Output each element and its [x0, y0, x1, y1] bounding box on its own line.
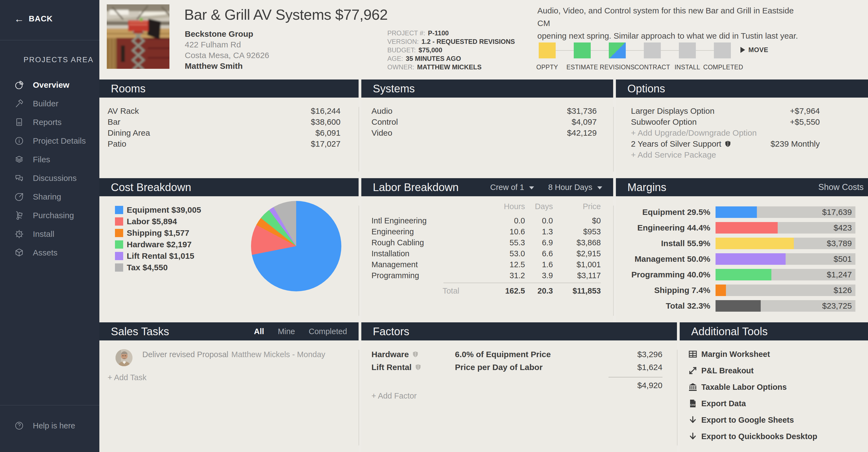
description-line: opening next spring. Similar approach to…: [537, 30, 800, 42]
margins-header: Margins Show Costs: [616, 178, 868, 196]
margin-bar-fill: [716, 269, 771, 280]
sidebar-item-purchasing[interactable]: Purchasing: [0, 206, 99, 225]
margin-bar-fill: [716, 222, 778, 233]
room-row[interactable]: AV Rack$16,244: [107, 106, 341, 116]
sidebar-item-builder[interactable]: Builder: [0, 94, 99, 113]
margin-row: Engineering 44.4%$423: [616, 222, 856, 233]
tab-all[interactable]: All: [254, 327, 264, 336]
legend-swatch: [115, 217, 123, 226]
add-service-package-link[interactable]: + Add Service Package: [631, 149, 820, 160]
margin-bar-track: $501: [716, 253, 856, 265]
system-row[interactable]: Control$4,097: [371, 116, 597, 128]
tab-completed[interactable]: Completed: [309, 327, 347, 336]
tool-taxable-labor-options[interactable]: Taxable Labor Options: [688, 379, 868, 395]
factor-name: Hardware: [371, 350, 455, 359]
pipeline-step-completed[interactable]: [714, 43, 731, 58]
option-value: $239 Monthly: [771, 139, 820, 148]
tool-label: Margin Worksheet: [701, 350, 770, 359]
sidebar-item-label: Purchasing: [33, 211, 74, 220]
tool-export-data[interactable]: CSV Export Data: [688, 395, 868, 412]
show-costs-link[interactable]: Show Costs: [818, 182, 868, 192]
add-link-label: + Add Service Package: [631, 150, 716, 160]
labor-row: Programming31.23.9$3,117: [371, 270, 601, 281]
help-button[interactable]: Help is here: [0, 416, 99, 435]
crew-dropdown[interactable]: Crew of 1: [490, 183, 534, 192]
legend-swatch: [115, 241, 123, 249]
room-name: Bar: [107, 117, 120, 126]
sidebar-item-sharing[interactable]: Sharing: [0, 188, 99, 206]
add-upgrade-option-link[interactable]: + Add Upgrade/Downgrade Option: [631, 128, 820, 138]
sidebar-item-files[interactable]: Files: [0, 150, 99, 169]
margin-value: $17,639: [822, 206, 852, 218]
tool-export-quickbooks[interactable]: Export to Quickbooks Desktop: [688, 428, 868, 445]
client-contact: Matthew Smith: [185, 61, 269, 71]
labor-breakdown-title: Labor Breakdown: [373, 181, 459, 194]
move-button[interactable]: MOVE: [740, 46, 768, 54]
pipeline-step-install[interactable]: [679, 43, 696, 58]
tool-export-google-sheets[interactable]: Export to Google Sheets: [688, 412, 868, 428]
options-title: Options: [627, 83, 665, 95]
tab-mine[interactable]: Mine: [278, 327, 295, 336]
margins-panel: Equipment 29.5%$17,639 Engineering 44.4%…: [616, 196, 868, 322]
add-factor-link[interactable]: + Add Factor: [371, 391, 416, 400]
sidebar-item-overview[interactable]: Overview: [0, 76, 99, 94]
sidebar-item-project-details[interactable]: Project Details: [0, 132, 99, 150]
app-window: ← BACK PROJECTS AREA Overview Builder Re…: [0, 0, 868, 452]
help-label: Help is here: [33, 421, 75, 430]
option-row[interactable]: Larger Displays Option+$7,964: [631, 106, 820, 116]
sidebar-item-label: Project Details: [33, 136, 86, 145]
options-header: Options: [616, 80, 868, 97]
room-row[interactable]: Dining Area$6,091: [107, 128, 341, 138]
legend-item: Shipping $1,577: [115, 227, 201, 239]
sales-tasks-title: Sales Tasks: [111, 326, 169, 338]
info-icon: [14, 136, 24, 146]
handtruck-icon: [14, 210, 24, 220]
back-button[interactable]: ← BACK: [14, 14, 53, 23]
client-address-line2: Costa Mesa, CA 92626: [185, 50, 269, 61]
sidebar-item-assets[interactable]: Assets: [0, 244, 99, 262]
pipeline-step-oppty[interactable]: [539, 43, 556, 58]
margin-bar-fill: [716, 206, 757, 218]
sidebar-item-label: Discussions: [33, 173, 76, 183]
add-task-link[interactable]: + Add Task: [107, 373, 147, 382]
margin-row: Install 55.9%$3,789: [616, 238, 856, 249]
legend-item: Lift Rental $1,015: [115, 250, 201, 262]
option-row[interactable]: Subwoofer Option+$5,550: [631, 116, 820, 128]
room-name: Patio: [107, 139, 126, 148]
margin-bar-fill: [716, 284, 726, 296]
system-row[interactable]: Audio$31,736: [371, 106, 597, 116]
sidebar-item-label: Install: [33, 229, 54, 239]
tool-margin-worksheet[interactable]: Margin Worksheet: [688, 346, 868, 362]
pipeline-step-label: CONTRACT: [633, 64, 672, 71]
tool-pl-breakout[interactable]: P&L Breakout: [688, 362, 868, 379]
project-photo: [107, 4, 169, 69]
pipeline-step-revisions[interactable]: [609, 43, 626, 58]
content-row-1: AV Rack$16,244 Bar$38,600 Dining Area$6,…: [99, 97, 868, 178]
system-row[interactable]: Video$42,129: [371, 128, 597, 138]
options-panel: Larger Displays Option+$7,964 Subwoofer …: [616, 97, 868, 178]
legend-swatch: [115, 206, 123, 214]
rooms-panel: AV Rack$16,244 Bar$38,600 Dining Area$6,…: [99, 97, 359, 178]
pipeline-step-contract[interactable]: [644, 43, 661, 58]
margin-row: Equipment 29.5%$17,639: [616, 206, 856, 218]
task-assignee: Matthew Mickels - Monday: [231, 350, 325, 359]
content-row-3: Deliver revised Proposal Matthew Mickels…: [99, 340, 868, 452]
client-block: Beckstone Group 422 Fulham Rd Costa Mesa…: [185, 29, 269, 71]
margin-bar-track: $17,639: [716, 206, 856, 218]
task-title[interactable]: Deliver revised Proposal: [142, 350, 228, 359]
sidebar-item-discussions[interactable]: Discussions: [0, 169, 99, 188]
meta-value: 1.2 - REQUESTED REVISIONS: [422, 38, 515, 45]
day-length-dropdown[interactable]: 8 Hour Days: [548, 183, 602, 192]
option-row[interactable]: 2 Years of Silver Support $239 Monthly: [631, 138, 820, 149]
margin-bar-track: $1,247: [716, 269, 856, 280]
room-row[interactable]: Bar$38,600: [107, 116, 341, 128]
project-header: Bar & Grill AV Systems $77,962 Beckstone…: [99, 0, 868, 80]
sidebar-nav: Overview Builder Reports Project Details…: [0, 76, 99, 262]
system-name: Audio: [371, 106, 393, 116]
sidebar-item-reports[interactable]: Reports: [0, 113, 99, 132]
margin-row: Shipping 7.4%$126: [616, 284, 856, 296]
pipeline-step-estimate[interactable]: [574, 43, 591, 58]
sidebar-item-install[interactable]: Install: [0, 225, 99, 244]
labor-col-price: Price: [553, 202, 601, 211]
room-row[interactable]: Patio$17,027: [107, 138, 341, 149]
